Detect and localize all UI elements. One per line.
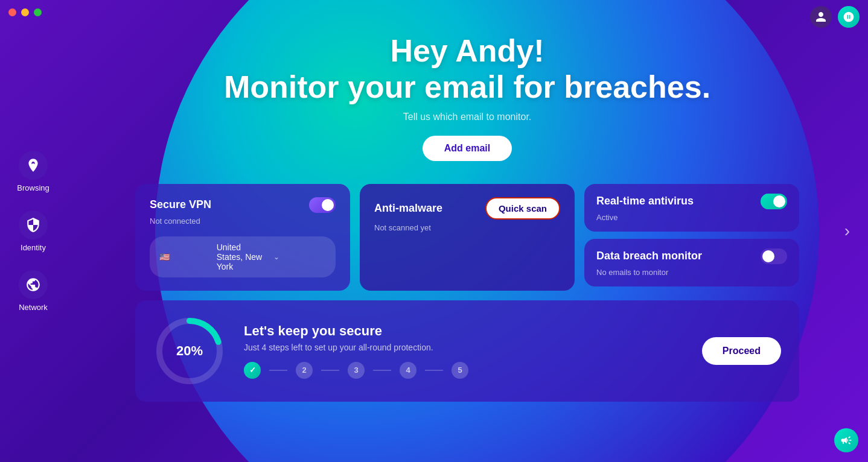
hero-subtitle: Tell us which email to monitor.	[224, 112, 710, 122]
main-content: Hey Andy! Monitor your email for breache…	[66, 0, 868, 462]
close-button[interactable]	[8, 8, 16, 16]
hero-title: Hey Andy! Monitor your email for breache…	[224, 33, 710, 106]
antivirus-card: Real-time antivirus Active	[584, 184, 799, 232]
identity-label: Identity	[21, 243, 46, 252]
breach-monitor-toggle[interactable]	[761, 248, 787, 264]
sidebar-item-network[interactable]: Network	[19, 270, 48, 312]
step-line-2	[321, 370, 339, 371]
traffic-lights	[8, 8, 42, 16]
minimize-button[interactable]	[21, 8, 29, 16]
sidebar-item-browsing[interactable]: Browsing	[17, 151, 49, 192]
antivirus-title: Real-time antivirus	[596, 195, 694, 207]
vpn-status: Not connected	[150, 217, 336, 226]
progress-percent: 20%	[176, 343, 203, 359]
progress-card: 20% Let's keep you secure Just 4 steps l…	[135, 300, 799, 402]
step-2: 2	[296, 362, 313, 379]
step-4: 4	[400, 362, 416, 379]
antimalware-title: Anti-malware	[374, 202, 442, 215]
hero-section: Hey Andy! Monitor your email for breache…	[224, 0, 710, 173]
antimalware-card-header: Anti-malware Quick scan	[374, 197, 560, 220]
network-label: Network	[19, 303, 48, 312]
location-text: United States, New York	[217, 242, 269, 271]
step-line-1	[269, 370, 287, 371]
step-line-4	[425, 370, 443, 371]
network-icon	[19, 270, 48, 299]
antivirus-toggle[interactable]	[761, 194, 787, 209]
step-line-3	[373, 370, 391, 371]
user-profile-icon[interactable]	[810, 6, 832, 28]
vpn-card: Secure VPN Not connected 🇺🇸 United State…	[135, 184, 350, 291]
step-5: 5	[452, 362, 468, 379]
top-right-controls	[810, 6, 860, 28]
antivirus-status: Active	[596, 213, 787, 222]
proceed-button[interactable]: Proceed	[702, 337, 781, 365]
antimalware-status: Not scanned yet	[374, 223, 560, 232]
progress-info: Let's keep you secure Just 4 steps left …	[244, 323, 684, 379]
right-column: Real-time antivirus Active Data breach m…	[584, 184, 799, 291]
megaphone-icon[interactable]	[834, 428, 858, 452]
identity-icon	[19, 210, 48, 239]
quick-scan-button[interactable]: Quick scan	[485, 197, 560, 220]
add-email-button[interactable]: Add email	[423, 136, 512, 161]
step-1: ✓	[244, 362, 261, 379]
progress-description: Just 4 steps left to set up your all-rou…	[244, 343, 684, 352]
cards-grid: Secure VPN Not connected 🇺🇸 United State…	[135, 184, 799, 291]
step-3: 3	[348, 362, 365, 379]
progress-title: Let's keep you secure	[244, 323, 684, 339]
next-chevron-icon[interactable]: ›	[844, 221, 850, 241]
vpn-card-header: Secure VPN	[150, 197, 336, 213]
chevron-down-icon: ⌄	[273, 253, 326, 261]
browsing-icon	[19, 151, 48, 180]
vpn-location-dropdown[interactable]: 🇺🇸 United States, New York ⌄	[150, 236, 336, 277]
chat-icon[interactable]	[838, 6, 860, 28]
sidebar: Browsing Identity Network	[0, 0, 66, 462]
breach-monitor-header: Data breach monitor	[596, 248, 787, 264]
maximize-button[interactable]	[34, 8, 42, 16]
breach-monitor-card: Data breach monitor No emails to monitor	[584, 239, 799, 286]
sidebar-item-identity[interactable]: Identity	[19, 210, 48, 252]
progress-steps: ✓ 2 3 4 5	[244, 362, 684, 379]
breach-monitor-status: No emails to monitor	[596, 268, 787, 277]
vpn-title: Secure VPN	[150, 198, 211, 211]
antivirus-card-header: Real-time antivirus	[596, 194, 787, 209]
progress-circle: 20%	[153, 315, 226, 387]
flag-icon: 🇺🇸	[159, 252, 212, 262]
browsing-label: Browsing	[17, 183, 49, 192]
vpn-toggle[interactable]	[309, 197, 336, 213]
antimalware-card: Anti-malware Quick scan Not scanned yet	[360, 184, 575, 291]
breach-monitor-title: Data breach monitor	[596, 250, 702, 262]
